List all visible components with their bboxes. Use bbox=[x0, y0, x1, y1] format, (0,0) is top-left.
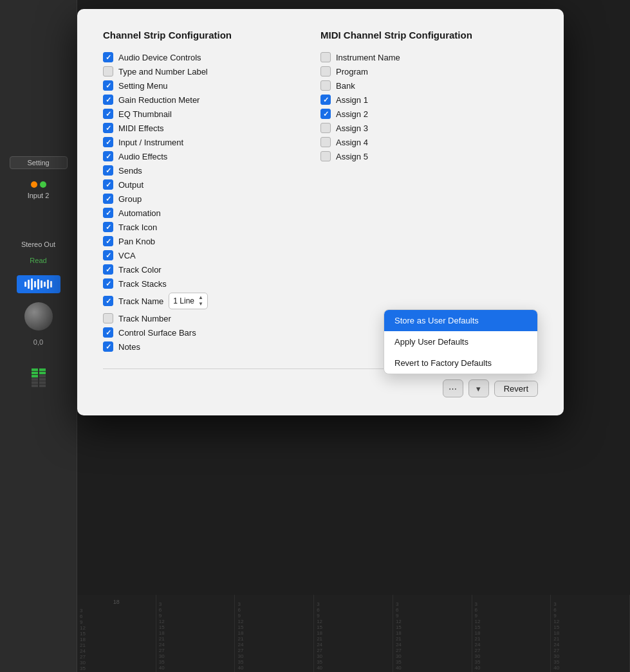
check-label: Audio Effects bbox=[118, 152, 167, 161]
channel-strip-left: Setting Input 2 Stereo Out Read 0,0 bbox=[0, 0, 77, 672]
dot-orange bbox=[31, 181, 37, 188]
fader-knob[interactable] bbox=[24, 302, 53, 331]
midi-config-col: MIDI Channel Strip Configuration Instrum… bbox=[320, 30, 538, 356]
checkbox-automation[interactable] bbox=[103, 208, 113, 218]
channel-item-row: VCA bbox=[103, 250, 320, 260]
checkbox-midi-instrument-name[interactable] bbox=[320, 52, 331, 62]
ruler-col: 18 36912151821242730354045 bbox=[77, 595, 156, 672]
checkbox-midi-program[interactable] bbox=[320, 66, 331, 77]
meter-seg bbox=[32, 381, 38, 384]
midi-item-row: Instrument Name bbox=[320, 52, 538, 62]
meter-seg bbox=[39, 378, 46, 381]
input-label: Input 2 bbox=[28, 192, 50, 199]
check-label: Track Icon bbox=[118, 222, 157, 232]
check-label: Assign 1 bbox=[336, 95, 368, 105]
down-arrow-icon: ▼ bbox=[198, 301, 203, 307]
meter-seg bbox=[39, 381, 46, 384]
more-icon: ⋯ bbox=[449, 384, 457, 394]
midi-item-row: Bank bbox=[320, 80, 538, 91]
channel-strip-config-title: Channel Strip Configuration bbox=[103, 30, 320, 41]
channel-item-row: Automation bbox=[103, 208, 320, 218]
dialog-bottom-bar: ⋯ ▾ Revert Store as User DefaultsApply U… bbox=[103, 379, 538, 397]
checkbox-pan-knob[interactable] bbox=[103, 236, 113, 246]
position-label: 0,0 bbox=[33, 338, 43, 346]
channel-item-row: MIDI Effects bbox=[103, 123, 320, 133]
checkbox-control-surface-bars[interactable] bbox=[103, 327, 113, 338]
ruler-section: 18 36912151821242730354045 3691215182124… bbox=[77, 595, 630, 672]
checkbox-track-name[interactable] bbox=[103, 296, 113, 306]
checkbox-midi-assign-4[interactable] bbox=[320, 137, 331, 147]
channel-item-row: Audio Effects bbox=[103, 151, 320, 161]
dropdown-item[interactable]: Revert to Factory Defaults bbox=[384, 352, 537, 374]
check-label: Assign 4 bbox=[336, 138, 368, 147]
meter-seg bbox=[32, 385, 38, 387]
check-label: Automation bbox=[118, 208, 161, 218]
dropdown-toggle-button[interactable]: ▾ bbox=[468, 379, 489, 397]
dropdown-item[interactable]: Apply User Defaults bbox=[384, 331, 537, 352]
check-label: Assign 2 bbox=[336, 109, 368, 119]
checkbox-output[interactable] bbox=[103, 179, 113, 190]
channel-item-row: Track Name1 Line ▲ ▼ bbox=[103, 293, 320, 309]
checkbox-audio-device-controls[interactable] bbox=[103, 52, 113, 62]
check-label: Group bbox=[118, 194, 142, 204]
checkbox-track-stacks[interactable] bbox=[103, 278, 113, 289]
midi-item-row: Assign 3 bbox=[320, 123, 538, 133]
check-label: EQ Thumbnail bbox=[118, 109, 172, 119]
line-selector[interactable]: 1 Line ▲ ▼ bbox=[169, 293, 208, 309]
checkbox-audio-effects[interactable] bbox=[103, 151, 113, 161]
meter-seg bbox=[39, 368, 46, 371]
dropdown-item[interactable]: Store as User Defaults bbox=[384, 310, 537, 331]
midi-items-list: Instrument NameProgramBankAssign 1Assign… bbox=[320, 52, 538, 161]
meter-col-left bbox=[32, 368, 38, 387]
meter-seg bbox=[32, 375, 38, 377]
channel-item-row: Type and Number Label bbox=[103, 66, 320, 77]
channel-item-row: Control Surface Bars bbox=[103, 327, 320, 338]
more-options-button[interactable]: ⋯ bbox=[443, 379, 463, 397]
midi-item-row: Assign 5 bbox=[320, 151, 538, 161]
channel-item-row: Track Number bbox=[103, 313, 320, 323]
checkbox-type-and-number-label[interactable] bbox=[103, 66, 113, 77]
up-arrow-icon: ▲ bbox=[198, 295, 203, 301]
checkbox-midi-assign-5[interactable] bbox=[320, 151, 331, 161]
channel-item-row: Group bbox=[103, 194, 320, 204]
meter-seg bbox=[32, 372, 38, 374]
checkbox-midi-assign-1[interactable] bbox=[320, 95, 331, 105]
checkbox-setting-menu[interactable] bbox=[103, 80, 113, 91]
check-label: Track Stacks bbox=[118, 279, 167, 289]
setting-button[interactable]: Setting bbox=[10, 156, 68, 169]
revert-button[interactable]: Revert bbox=[494, 381, 538, 397]
channel-item-row: Pan Knob bbox=[103, 236, 320, 246]
channel-item-row: Sends bbox=[103, 165, 320, 176]
checkbox-input-/-instrument[interactable] bbox=[103, 137, 113, 147]
channel-item-row: Track Color bbox=[103, 264, 320, 275]
checkbox-midi-assign-3[interactable] bbox=[320, 123, 331, 133]
checkbox-vca[interactable] bbox=[103, 250, 113, 260]
ruler-num: 18 bbox=[77, 599, 156, 605]
meter-seg bbox=[39, 385, 46, 387]
midi-item-row: Assign 2 bbox=[320, 109, 538, 119]
checkbox-midi-assign-2[interactable] bbox=[320, 109, 331, 119]
channel-strip-config-dialog: Channel Strip Configuration Audio Device… bbox=[77, 9, 564, 415]
stepper-arrows[interactable]: ▲ ▼ bbox=[198, 295, 203, 307]
meter-seg bbox=[32, 378, 38, 381]
checkbox-track-color[interactable] bbox=[103, 264, 113, 275]
midi-item-row: Assign 1 bbox=[320, 95, 538, 105]
checkbox-track-number[interactable] bbox=[103, 313, 113, 323]
dropdown-popup: Store as User DefaultsApply User Default… bbox=[384, 309, 538, 374]
checkbox-midi-effects[interactable] bbox=[103, 123, 113, 133]
channel-item-row: Output bbox=[103, 179, 320, 190]
checkbox-track-icon[interactable] bbox=[103, 222, 113, 232]
check-label: Output bbox=[118, 180, 144, 190]
check-label: VCA bbox=[118, 251, 136, 260]
checkbox-group[interactable] bbox=[103, 194, 113, 204]
checkbox-sends[interactable] bbox=[103, 165, 113, 176]
check-label: Sends bbox=[118, 166, 142, 176]
waveform-icon bbox=[17, 275, 60, 293]
check-label: Track Name bbox=[118, 296, 163, 306]
channel-item-row: Setting Menu bbox=[103, 80, 320, 91]
checkbox-gain-reduction-meter[interactable] bbox=[103, 95, 113, 105]
checkbox-midi-bank[interactable] bbox=[320, 80, 331, 91]
checkbox-eq-thumbnail[interactable] bbox=[103, 109, 113, 119]
checkbox-notes[interactable] bbox=[103, 341, 113, 352]
midi-item-row: Assign 4 bbox=[320, 137, 538, 147]
